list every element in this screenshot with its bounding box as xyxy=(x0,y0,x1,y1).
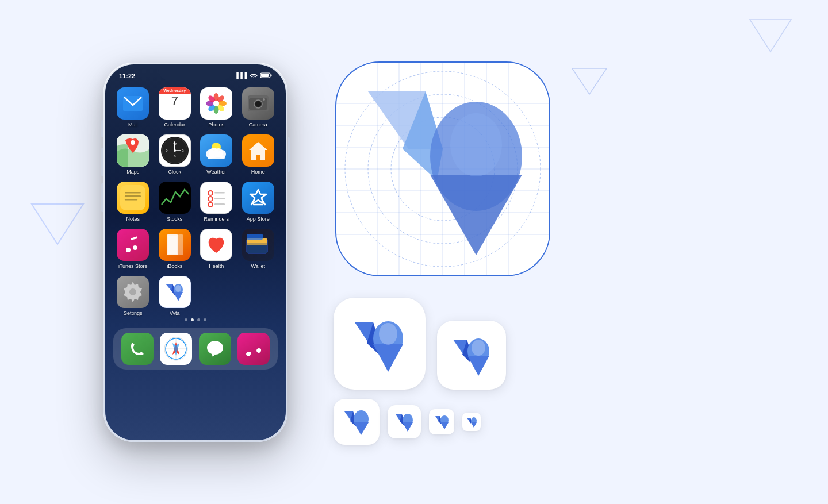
app-maps-label: Maps xyxy=(126,169,139,175)
app-vyta[interactable]: Vyta xyxy=(158,276,193,316)
svg-marker-94 xyxy=(572,68,607,94)
app-weather[interactable]: Weather xyxy=(199,134,234,175)
app-settings[interactable]: Settings xyxy=(116,276,151,316)
dock-phone[interactable] xyxy=(121,333,154,365)
app-photos[interactable]: Photos xyxy=(199,87,234,128)
svg-rect-40 xyxy=(125,195,141,197)
cal-header: Wednesday xyxy=(159,87,191,94)
dot-2 xyxy=(191,318,194,321)
app-weather-label: Weather xyxy=(206,169,226,175)
status-icons: ▐▐▐ xyxy=(235,72,272,79)
icon-preview-sm xyxy=(388,405,421,438)
icon-preview-md xyxy=(334,399,379,445)
icon-previews xyxy=(334,298,506,445)
svg-point-19 xyxy=(263,98,265,101)
svg-marker-116 xyxy=(440,422,448,429)
phone-container: 11:22 ▐▐▐ xyxy=(103,63,288,442)
svg-point-46 xyxy=(208,202,213,207)
svg-point-104 xyxy=(471,340,485,356)
battery-icon xyxy=(260,72,272,79)
app-vyta-label: Vyta xyxy=(170,310,180,316)
icon-preview-xl xyxy=(334,298,425,390)
svg-rect-53 xyxy=(247,243,267,245)
phone-screen: 11:22 ▐▐▐ xyxy=(105,64,286,440)
svg-point-30 xyxy=(174,149,176,152)
app-calendar[interactable]: Wednesday 7 Calendar xyxy=(158,87,193,128)
app-mail[interactable]: Mail xyxy=(116,87,151,128)
app-appstore-label: App Store xyxy=(247,216,270,222)
app-health[interactable]: Health xyxy=(199,229,234,269)
svg-rect-3 xyxy=(271,74,272,76)
phone-button-left3 xyxy=(101,183,103,212)
dot-4 xyxy=(204,318,206,321)
svg-marker-70 xyxy=(750,20,791,52)
app-clock-label: Clock xyxy=(168,169,181,175)
svg-point-99 xyxy=(379,323,397,345)
deco-triangle-right2 xyxy=(569,66,610,99)
svg-rect-43 xyxy=(214,192,225,194)
app-home-label: Home xyxy=(251,169,265,175)
app-wallet-label: Wallet xyxy=(251,263,265,269)
wifi-icon xyxy=(250,72,258,79)
app-grid: Mail Wednesday 7 Calendar xyxy=(105,83,286,316)
app-ibooks-label: iBooks xyxy=(167,263,182,269)
svg-rect-36 xyxy=(208,156,225,159)
svg-rect-50 xyxy=(178,234,183,255)
app-stocks[interactable]: Stocks xyxy=(158,182,193,222)
dock xyxy=(113,328,278,370)
signal-icon: ▐▐▐ xyxy=(235,72,247,79)
svg-marker-37 xyxy=(249,142,267,160)
svg-point-44 xyxy=(208,197,213,201)
app-wallet[interactable]: Wallet xyxy=(241,229,276,269)
svg-point-56 xyxy=(129,288,136,295)
dock-messages[interactable] xyxy=(199,333,231,365)
page: 11:22 ▐▐▐ xyxy=(0,0,828,504)
app-itunes[interactable]: iTunes Store xyxy=(116,229,151,269)
deco-triangle-left xyxy=(29,201,86,249)
app-reminders[interactable]: Reminders xyxy=(199,182,234,222)
svg-point-93 xyxy=(450,113,502,176)
app-health-label: Health xyxy=(209,263,224,269)
dot-1 xyxy=(185,318,187,321)
svg-marker-108 xyxy=(354,422,369,435)
icon-preview-lg xyxy=(437,321,506,390)
app-clock[interactable]: 12 6 9 3 Clock xyxy=(158,134,193,175)
phone-button-left2 xyxy=(101,148,103,176)
blueprint-svg xyxy=(334,60,552,278)
app-reminders-label: Reminders xyxy=(204,216,229,222)
deco-triangle-top-right xyxy=(747,17,793,57)
svg-marker-103 xyxy=(467,356,489,376)
app-camera[interactable]: Camera xyxy=(241,87,276,128)
app-settings-label: Settings xyxy=(124,310,143,316)
blueprint-icon-container xyxy=(334,60,552,280)
app-home[interactable]: Home xyxy=(241,134,276,175)
svg-marker-60 xyxy=(174,292,183,301)
svg-point-14 xyxy=(213,101,219,106)
app-appstore[interactable]: App Store xyxy=(241,182,276,222)
app-calendar-label: Calendar xyxy=(164,122,185,128)
dock-safari[interactable] xyxy=(160,333,192,365)
dock-music[interactable] xyxy=(237,333,270,365)
app-itunes-label: iTunes Store xyxy=(118,263,148,269)
app-notes[interactable]: Notes xyxy=(116,182,151,222)
page-dots xyxy=(105,318,286,321)
app-camera-label: Camera xyxy=(249,122,267,128)
svg-rect-45 xyxy=(214,198,225,199)
app-photos-label: Photos xyxy=(208,122,224,128)
svg-marker-112 xyxy=(402,422,413,432)
dot-3 xyxy=(197,318,200,321)
svg-marker-0 xyxy=(32,204,83,244)
svg-rect-54 xyxy=(247,234,263,240)
app-maps[interactable]: Maps xyxy=(116,134,151,175)
svg-rect-47 xyxy=(214,203,225,205)
svg-point-21 xyxy=(131,140,135,145)
status-time: 11:22 xyxy=(119,72,135,79)
svg-rect-39 xyxy=(125,192,141,194)
right-panel xyxy=(334,60,724,445)
app-notes-label: Notes xyxy=(126,216,140,222)
icon-row-small xyxy=(334,399,506,445)
phone-button-right xyxy=(288,137,290,172)
svg-point-61 xyxy=(175,285,181,292)
app-ibooks[interactable]: iBooks xyxy=(158,229,193,269)
svg-rect-38 xyxy=(120,185,145,210)
